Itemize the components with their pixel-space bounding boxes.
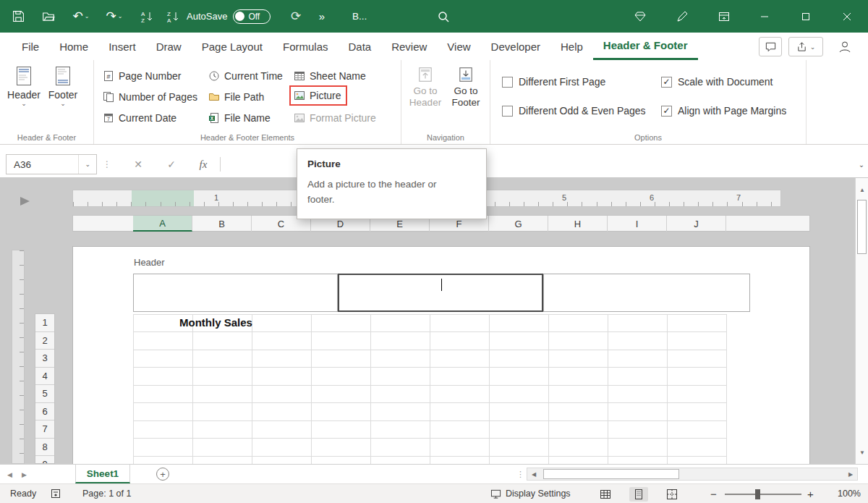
column-header-h[interactable]: H [548, 216, 608, 232]
next-sheet-icon[interactable]: ▶ [22, 465, 27, 484]
open-folder-icon[interactable] [36, 0, 61, 33]
cell-b1-value[interactable]: Monthly Sales [179, 316, 252, 329]
page-layout-view-button[interactable] [629, 487, 648, 502]
new-sheet-button[interactable]: + [156, 468, 169, 481]
tab-developer[interactable]: Developer [481, 33, 550, 60]
name-box[interactable]: A36 ⌄ [6, 154, 97, 174]
different-first-page-checkbox[interactable]: ✓ Different First Page [502, 76, 605, 88]
column-header-g[interactable]: G [489, 216, 548, 232]
sheet-tab-sheet1[interactable]: Sheet1 [75, 465, 130, 483]
comments-button[interactable] [759, 37, 782, 56]
vertical-scrollbar[interactable]: ▲ ▼ [855, 178, 868, 464]
zoom-slider-thumb[interactable] [755, 489, 760, 499]
sort-za-icon[interactable]: ZA [161, 0, 185, 33]
row-header-6[interactable]: 6 [35, 403, 54, 421]
tab-file[interactable]: File [12, 33, 49, 60]
checkbox[interactable]: ✓ [502, 106, 513, 117]
header-button[interactable]: Header ⌄ [6, 64, 42, 106]
minimize-button[interactable] [744, 0, 785, 33]
zoom-level[interactable]: 100% [833, 484, 861, 503]
chevron-down-icon[interactable]: ⌄ [21, 102, 27, 106]
number-of-pages-button[interactable]: Number of Pages [103, 88, 197, 106]
horizontal-scrollbar[interactable]: ◀ ▶ [527, 468, 858, 481]
current-date-button[interactable]: 7 Current Date [103, 109, 176, 127]
scroll-down-icon[interactable]: ▼ [856, 447, 868, 458]
checkbox[interactable]: ✓ [661, 77, 672, 88]
tab-insert[interactable]: Insert [98, 33, 146, 60]
row-header-7[interactable]: 7 [35, 420, 54, 439]
autosave-pill[interactable]: Off [233, 9, 271, 24]
vertical-ruler[interactable] [12, 250, 25, 464]
column-header-a[interactable]: A [133, 216, 192, 232]
sheet-name-button[interactable]: Sheet Name [294, 67, 366, 85]
draw-pen-icon[interactable] [670, 0, 694, 33]
page-number-button[interactable]: # Page Number [103, 67, 181, 85]
macro-record-icon[interactable] [51, 484, 61, 503]
previous-sheet-icon[interactable]: ◀ [7, 465, 12, 484]
file-path-button[interactable]: File Path [208, 88, 264, 106]
name-box-dropdown-icon[interactable]: ⌄ [78, 155, 96, 174]
toolbar-overflow-icon[interactable]: » [310, 0, 334, 33]
maximize-button[interactable] [785, 0, 826, 33]
formula-bar-handle[interactable]: ⋮ [101, 154, 113, 174]
zoom-out-button[interactable]: − [710, 484, 717, 503]
different-odd-even-checkbox[interactable]: ✓ Different Odd & Even Pages [502, 105, 646, 117]
features-gem-icon[interactable] [628, 0, 652, 33]
current-time-button[interactable]: Current Time [208, 67, 283, 85]
chevron-down-icon[interactable]: ⌄ [60, 102, 66, 106]
scroll-right-icon[interactable]: ▶ [846, 468, 856, 480]
row-header-2[interactable]: 2 [35, 332, 54, 350]
tab-page-layout[interactable]: Page Layout [192, 33, 273, 60]
row-header-8[interactable]: 8 [35, 439, 54, 457]
row-header-9[interactable]: 9 [35, 456, 54, 464]
header-right-section[interactable] [543, 274, 750, 312]
column-header-i[interactable]: I [608, 216, 667, 232]
share-dropdown-icon[interactable]: ⌄ [810, 43, 816, 51]
tab-formulas[interactable]: Formulas [273, 33, 339, 60]
autosave-toggle[interactable]: AutoSave Off [187, 0, 271, 33]
header-left-section[interactable] [133, 274, 338, 312]
row-header-4[interactable]: 4 [35, 368, 54, 386]
header-center-section[interactable] [338, 274, 543, 312]
row-header-3[interactable]: 3 [35, 350, 54, 368]
tab-help[interactable]: Help [550, 33, 593, 60]
undo-dropdown-icon[interactable]: ⌄ [85, 13, 90, 20]
column-header-j[interactable]: J [667, 216, 726, 232]
scroll-up-icon[interactable]: ▲ [856, 184, 868, 195]
cell-grid[interactable]: Monthly Sales [133, 314, 727, 464]
search-icon[interactable] [431, 0, 456, 33]
zoom-slider-track[interactable] [725, 494, 801, 495]
tab-header-footer[interactable]: Header & Footer [593, 33, 698, 60]
column-header-b[interactable]: B [192, 216, 252, 232]
expand-formula-bar-icon[interactable]: ⌄ [855, 154, 868, 174]
insert-function-icon[interactable]: fx [192, 154, 214, 174]
checkbox[interactable]: ✓ [661, 106, 672, 117]
file-name-button[interactable]: X File Name [208, 109, 271, 127]
undo-button[interactable]: ↶⌄ [67, 0, 95, 33]
sync-icon[interactable]: ⟳ [284, 0, 308, 33]
align-with-page-margins-checkbox[interactable]: ✓ Align with Page Margins [661, 105, 786, 117]
scale-with-document-checkbox[interactable]: ✓ Scale with Document [661, 76, 773, 88]
save-icon[interactable] [6, 0, 30, 33]
account-button[interactable] [833, 37, 856, 56]
scrollbar-thumb[interactable] [857, 200, 867, 254]
tab-view[interactable]: View [437, 33, 480, 60]
zoom-in-button[interactable]: + [807, 484, 814, 503]
footer-button[interactable]: Footer ⌄ [45, 64, 81, 106]
close-button[interactable] [826, 0, 867, 33]
share-button[interactable]: ⌄ [788, 37, 823, 56]
tab-scroll-handle[interactable]: ⋮ [516, 465, 524, 484]
display-settings-button[interactable]: Display Settings [490, 484, 571, 503]
picture-button[interactable]: Picture [289, 85, 347, 106]
tab-data[interactable]: Data [338, 33, 381, 60]
normal-view-button[interactable] [596, 487, 615, 502]
page-break-preview-button[interactable] [663, 487, 681, 502]
scroll-left-icon[interactable]: ◀ [529, 468, 539, 480]
tab-home[interactable]: Home [49, 33, 98, 60]
row-header-1[interactable]: 1 [35, 314, 54, 332]
row-header-5[interactable]: 5 [35, 385, 54, 403]
scrollbar-thumb[interactable] [543, 469, 679, 479]
tab-draw[interactable]: Draw [146, 33, 192, 60]
redo-dropdown-icon[interactable]: ⌄ [118, 13, 123, 20]
checkbox[interactable]: ✓ [502, 77, 513, 88]
